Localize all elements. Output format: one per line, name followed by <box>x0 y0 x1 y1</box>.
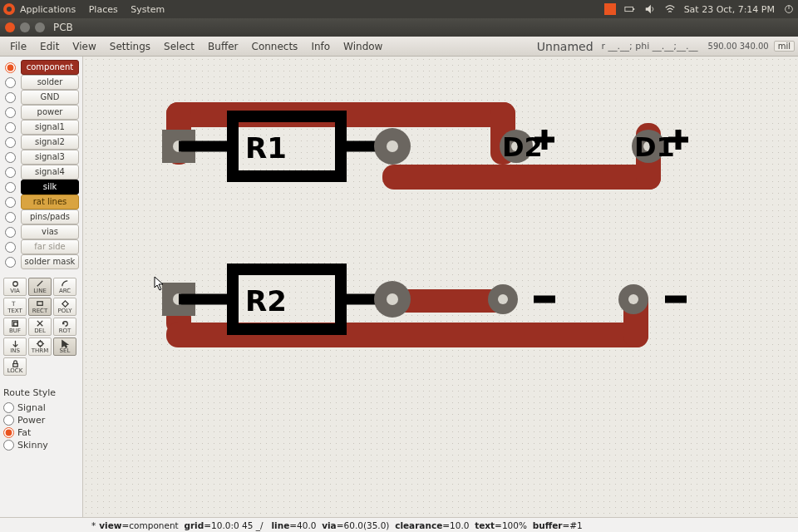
window-close-button[interactable] <box>5 22 15 32</box>
ubuntu-top-panel: Applications Places System Sat 23 Oct, 7… <box>0 0 798 18</box>
tool-text[interactable]: TTEXT <box>3 298 27 316</box>
tool-line[interactable]: LINE <box>28 278 52 296</box>
route-style-signal[interactable]: Signal <box>3 401 79 414</box>
layer-button-solder-mask[interactable]: solder mask <box>21 254 79 269</box>
ubuntu-menu-applications[interactable]: Applications <box>20 4 76 15</box>
layer-row-signal1: signal1 <box>3 120 79 135</box>
route-radio-signal[interactable] <box>3 402 14 413</box>
menu-buffer[interactable]: Buffer <box>201 41 244 52</box>
document-name: Unnamed <box>537 40 594 53</box>
tool-thrm[interactable]: THRM <box>28 337 52 356</box>
layer-radio-far-side[interactable] <box>5 242 16 253</box>
layer-radio-solder[interactable] <box>5 77 16 88</box>
tool-sel[interactable]: SEL <box>53 337 76 356</box>
notification-icon[interactable] <box>604 3 616 15</box>
tool-ins[interactable]: INS <box>3 337 27 356</box>
svg-rect-11 <box>13 323 17 327</box>
route-style-power[interactable]: Power <box>3 414 79 426</box>
layer-button-silk[interactable]: silk <box>21 180 79 195</box>
layer-radio-vias[interactable] <box>5 227 16 238</box>
layer-radio-pins/pads[interactable] <box>5 212 16 223</box>
clock[interactable]: Sat 23 Oct, 7:14 PM <box>684 4 775 15</box>
route-style-label: Signal <box>17 402 46 413</box>
layer-button-solder[interactable]: solder <box>21 75 79 90</box>
layer-radio-silk[interactable] <box>5 182 16 193</box>
layer-radio-signal3[interactable] <box>5 152 16 163</box>
svg-text:T: T <box>11 300 16 308</box>
route-radio-power[interactable] <box>3 415 14 426</box>
layer-radio-GND[interactable] <box>5 92 16 103</box>
layer-row-signal2: signal2 <box>3 135 79 150</box>
ubuntu-logo-icon <box>3 3 15 15</box>
layer-button-vias[interactable]: vias <box>21 224 79 239</box>
layer-button-signal3[interactable]: signal3 <box>21 150 79 165</box>
layer-button-component[interactable]: component <box>21 60 79 75</box>
tool-del[interactable]: DEL <box>28 318 52 336</box>
layer-radio-rat-lines[interactable] <box>5 197 16 208</box>
window-titlebar: PCB <box>0 18 798 37</box>
tool-label: POLY <box>58 308 72 314</box>
route-style-label: Skinny <box>17 440 48 451</box>
unit-selector[interactable]: mil <box>774 41 795 52</box>
layer-button-power[interactable]: power <box>21 105 79 120</box>
volume-icon[interactable] <box>644 3 656 15</box>
route-radio-skinny[interactable] <box>3 440 14 451</box>
tool-poly[interactable]: POLY <box>53 298 76 316</box>
tool-arc[interactable]: ARC <box>53 278 76 296</box>
window-maximize-button[interactable] <box>35 22 45 32</box>
svg-point-15 <box>37 342 42 347</box>
tool-rect[interactable]: RECT <box>28 298 52 316</box>
menu-connects[interactable]: Connects <box>245 41 305 52</box>
layer-button-signal1[interactable]: signal1 <box>21 120 79 135</box>
ubuntu-menu-system[interactable]: System <box>131 4 165 15</box>
layer-radio-signal4[interactable] <box>5 167 16 178</box>
tool-via[interactable]: VIA <box>3 278 27 296</box>
layer-button-signal2[interactable]: signal2 <box>21 135 79 150</box>
shutdown-icon[interactable] <box>783 3 795 15</box>
route-style-heading: Route Style <box>3 386 79 400</box>
menu-view[interactable]: View <box>66 41 102 52</box>
layer-button-far-side[interactable]: far side <box>21 239 79 254</box>
menu-file[interactable]: File <box>3 41 33 52</box>
ubuntu-menu-places[interactable]: Places <box>89 4 118 15</box>
menu-edit[interactable]: Edit <box>33 41 66 52</box>
menu-settings[interactable]: Settings <box>103 41 157 52</box>
pcb-drawing[interactable]: R1 D2 D1 R2 <box>83 57 798 517</box>
menu-window[interactable]: Window <box>337 41 389 52</box>
tool-label: SEL <box>60 348 71 354</box>
tool-lock[interactable]: LOCK <box>3 357 27 376</box>
layer-row-signal4: signal4 <box>3 165 79 180</box>
layer-button-GND[interactable]: GND <box>21 90 79 105</box>
layer-row-solder-mask: solder mask <box>3 254 79 269</box>
menu-info[interactable]: Info <box>304 41 337 52</box>
layer-radio-signal1[interactable] <box>5 122 16 133</box>
tool-label: ARC <box>59 288 71 294</box>
menu-select[interactable]: Select <box>157 41 201 52</box>
layer-button-rat-lines[interactable]: rat lines <box>21 195 79 209</box>
tool-rot[interactable]: ROT <box>53 318 76 336</box>
tool-buf[interactable]: BUF <box>3 318 27 336</box>
route-radio-fat[interactable] <box>3 427 14 438</box>
window-minimize-button[interactable] <box>20 22 30 32</box>
svg-point-53 <box>498 294 508 304</box>
layer-radio-signal2[interactable] <box>5 137 16 148</box>
label-d2: D2 <box>502 131 543 163</box>
layer-button-pins/pads[interactable]: pins/pads <box>21 209 79 224</box>
svg-point-36 <box>387 140 398 152</box>
route-style-skinny[interactable]: Skinny <box>3 439 79 451</box>
layer-row-component: component <box>3 60 79 75</box>
layer-radio-power[interactable] <box>5 107 16 118</box>
layer-radio-solder-mask[interactable] <box>5 257 16 268</box>
tool-label: VIA <box>10 288 20 294</box>
layer-row-rat-lines: rat lines <box>3 195 79 209</box>
cursor-xy: 590.00 340.00 <box>708 42 769 51</box>
route-style-label: Power <box>17 415 45 426</box>
tools-grid: VIALINEARCTTEXTRECTPOLYBUFDELROTINSTHRMS… <box>3 278 79 376</box>
tool-label: RECT <box>32 308 47 314</box>
layer-button-signal4[interactable]: signal4 <box>21 165 79 180</box>
status-bar: * view=component grid=10.0:0 45 _/ line=… <box>0 517 798 532</box>
route-style-fat[interactable]: Fat <box>3 426 79 439</box>
layer-radio-component[interactable] <box>5 62 16 73</box>
wifi-icon[interactable] <box>664 3 676 15</box>
pcb-canvas[interactable]: R1 D2 D1 R2 <box>83 57 798 517</box>
